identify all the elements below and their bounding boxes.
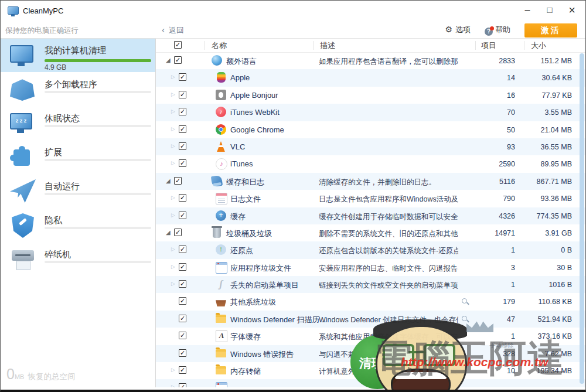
row-checkbox[interactable] bbox=[179, 159, 186, 167]
row-name: 丢失的启动菜单项目 bbox=[230, 280, 299, 291]
sidebar: 我的计算机清理 4.9 GB 多个卸载程序 休眠状态 扩展 自动运行 隐私 碎纸… bbox=[1, 38, 156, 387]
sidebar-item-uninstaller[interactable]: 多个卸载程序 bbox=[1, 72, 155, 106]
table-row-10[interactable]: 垃圾桶及垃圾 删除不需要的系统文件、旧的还原点和其他系统垃... 14971 3… bbox=[156, 224, 585, 241]
expand-arrow-icon[interactable] bbox=[171, 108, 175, 114]
row-items-count: 47 bbox=[507, 315, 515, 323]
help-button[interactable]: 帮助 bbox=[485, 25, 510, 36]
sidebar-item-shredder[interactable]: 碎纸机 bbox=[1, 242, 155, 276]
expand-arrow-icon[interactable] bbox=[171, 367, 175, 373]
restore-icon bbox=[216, 244, 226, 255]
sidebar-item-extensions[interactable]: 扩展 bbox=[1, 140, 155, 174]
row-items-count: 14 bbox=[507, 74, 515, 82]
apple-color-icon bbox=[217, 72, 226, 83]
vertical-scrollbar-thumb[interactable] bbox=[580, 53, 584, 384]
expand-arrow-icon[interactable] bbox=[171, 246, 175, 252]
row-name: 应用程序垃圾文件 bbox=[230, 263, 291, 274]
row-size: 110.68 KB bbox=[539, 298, 572, 306]
row-description: 删除不需要的系统文件、旧的还原点和其他系统垃... bbox=[319, 229, 458, 239]
column-header-name[interactable]: 名称 bbox=[212, 40, 227, 51]
row-checkbox[interactable] bbox=[179, 246, 186, 253]
expand-arrow-icon[interactable] bbox=[171, 143, 175, 149]
row-size: 867.71 MB bbox=[537, 178, 572, 186]
table-row-2[interactable]: Apple Bonjour 16 77.97 KB bbox=[156, 87, 585, 104]
expand-arrow-icon[interactable] bbox=[171, 212, 175, 218]
row-items-count: 50 bbox=[507, 126, 515, 134]
expand-arrow-icon[interactable] bbox=[166, 178, 171, 184]
row-checkbox[interactable] bbox=[179, 297, 186, 305]
row-checkbox[interactable] bbox=[179, 125, 186, 133]
options-button[interactable]: 选项 bbox=[445, 25, 471, 35]
recovered-space-status: 0MB恢复的总空间 bbox=[6, 366, 75, 383]
table-row-8[interactable]: 日志文件 日志是文件包含应用程序和Windows活动及错误... 790 93.… bbox=[156, 190, 585, 207]
sidebar-item-hibernation[interactable]: 休眠状态 bbox=[1, 106, 155, 140]
row-checkbox[interactable] bbox=[179, 315, 186, 322]
table-row-13[interactable]: 丢失的启动菜单项目 链接到丢失的文件或空文件夹的启动菜单项目 1 1016 B bbox=[156, 276, 585, 293]
table-row-1[interactable]: Apple 14 30.64 KB bbox=[156, 69, 585, 86]
row-checkbox[interactable] bbox=[179, 366, 186, 374]
row-checkbox[interactable] bbox=[179, 263, 186, 271]
back-button[interactable]: 返回 bbox=[162, 25, 184, 36]
row-checkbox[interactable] bbox=[179, 349, 186, 357]
search-icon[interactable] bbox=[462, 298, 469, 305]
sidebar-item-label: 多个卸载程序 bbox=[45, 79, 97, 90]
trash-icon bbox=[213, 227, 221, 238]
table-row-12[interactable]: 应用程序垃圾文件 安装应用程序的日志、临时文件、闪退报告和其他... 3 30 … bbox=[156, 259, 585, 276]
table-row-9[interactable]: 缓存 缓存文件创建用于存储临时数据和可以安全删除 4326 774.35 MB bbox=[156, 207, 585, 224]
row-checkbox[interactable] bbox=[179, 142, 186, 150]
table-row-11[interactable]: 还原点 还原点包含以前版本的关键系统文件-还原点（除... 1 0 B bbox=[156, 241, 585, 258]
close-button[interactable] bbox=[561, 1, 583, 21]
row-checkbox[interactable] bbox=[179, 383, 186, 387]
row-checkbox[interactable] bbox=[179, 280, 186, 288]
table-row-4[interactable]: Google Chrome 50 21.04 MB bbox=[156, 121, 585, 138]
table-row-3[interactable]: iTunes WebKit 70 3.55 MB bbox=[156, 104, 585, 121]
row-items-count: 179 bbox=[503, 298, 515, 306]
expand-arrow-icon[interactable] bbox=[166, 57, 171, 63]
table-row-0[interactable]: 额外语言 如果应用程序包含语言翻译，您可以删除那些不... 2833 151.2… bbox=[156, 52, 585, 69]
column-header-desc[interactable]: 描述 bbox=[320, 40, 335, 51]
table-row-5[interactable]: VLC 93 36.55 MB bbox=[156, 138, 585, 155]
expand-arrow-icon[interactable] bbox=[171, 384, 175, 387]
row-checkbox[interactable] bbox=[174, 177, 182, 185]
table-row-6[interactable]: iTunes 2590 89.95 MB bbox=[156, 155, 585, 172]
expand-arrow-icon[interactable] bbox=[171, 160, 175, 166]
row-checkbox[interactable] bbox=[179, 212, 186, 219]
expand-arrow-icon[interactable] bbox=[171, 264, 175, 270]
sidebar-item-my-computer-clean[interactable]: 我的计算机清理 4.9 GB bbox=[1, 38, 155, 72]
sidebar-item-size: 4.9 GB bbox=[45, 63, 66, 71]
expand-arrow-icon[interactable] bbox=[171, 74, 175, 80]
appjunk-icon bbox=[216, 382, 227, 387]
sidebar-item-privacy[interactable]: 隐私 bbox=[1, 208, 155, 242]
recovered-space-value: 0 bbox=[6, 366, 15, 382]
expand-arrow-icon[interactable] bbox=[171, 281, 175, 287]
sidebar-item-label: 我的计算机清理 bbox=[45, 45, 106, 56]
column-header-size[interactable]: 大小 bbox=[531, 40, 546, 51]
table-row-7[interactable]: 缓存和日志 清除缓存的文件，并删除旧的日志。 5116 867.71 MB bbox=[156, 173, 585, 190]
row-name: 缓存和日志 bbox=[226, 177, 264, 188]
row-checkbox[interactable] bbox=[179, 73, 186, 81]
table-row-14[interactable]: 其他系统垃圾 179 110.68 KB bbox=[156, 293, 585, 310]
sidebar-item-progress bbox=[45, 193, 151, 195]
row-checkbox[interactable] bbox=[174, 56, 182, 64]
maximize-button[interactable] bbox=[539, 1, 561, 21]
row-description: 日志是文件包含应用程序和Windows活动及错误... bbox=[319, 195, 458, 204]
select-all-checkbox[interactable] bbox=[174, 41, 182, 49]
expand-arrow-icon[interactable] bbox=[171, 126, 175, 132]
row-size: 30 B bbox=[557, 264, 572, 272]
row-description: 安装应用程序的日志、临时文件、闪退报告和其他... bbox=[319, 264, 458, 274]
minimize-button[interactable] bbox=[516, 1, 539, 21]
row-checkbox[interactable] bbox=[179, 332, 186, 339]
column-header-items[interactable]: 项目 bbox=[481, 40, 496, 51]
row-checkbox[interactable] bbox=[179, 108, 186, 115]
row-name: 字体缓存 bbox=[230, 332, 261, 342]
expand-arrow-icon[interactable] bbox=[171, 195, 175, 200]
row-name: 垃圾桶及垃圾 bbox=[226, 229, 272, 239]
sidebar-item-autorun[interactable]: 自动运行 bbox=[1, 174, 155, 208]
row-checkbox[interactable] bbox=[179, 194, 186, 202]
row-size: 77.97 KB bbox=[542, 91, 572, 100]
activate-button[interactable]: 激活 bbox=[524, 23, 577, 38]
expand-arrow-icon[interactable] bbox=[171, 91, 175, 97]
shield-icon bbox=[12, 213, 34, 238]
expand-arrow-icon[interactable] bbox=[166, 229, 171, 236]
row-checkbox[interactable] bbox=[174, 229, 182, 236]
row-checkbox[interactable] bbox=[179, 91, 186, 98]
